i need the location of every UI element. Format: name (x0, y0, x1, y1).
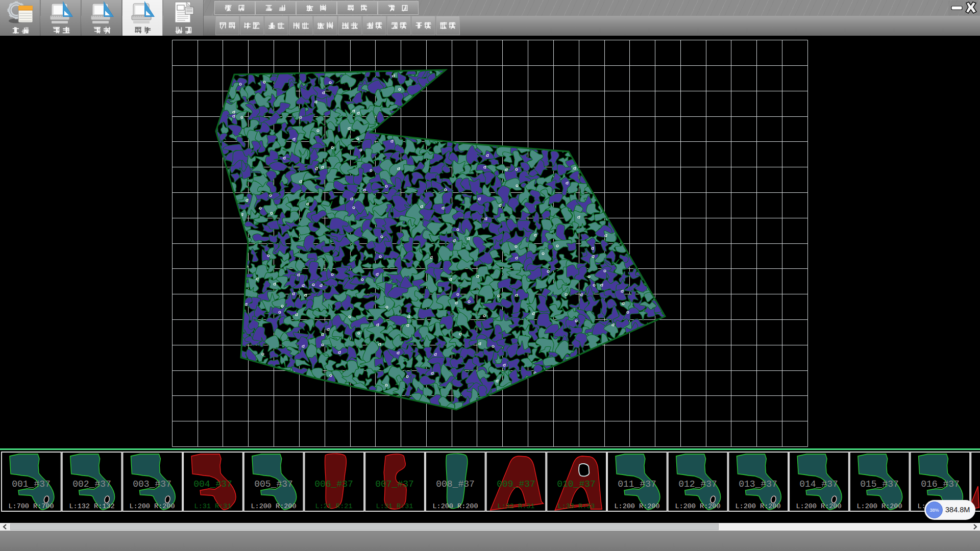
svg-text:L:132 R:132: L:132 R:132 (69, 503, 114, 510)
svg-text:012_#37: 012_#37 (678, 479, 717, 489)
svg-text:L:200 R:200: L:200 R:200 (735, 503, 780, 510)
svg-text:L:700 R:700: L:700 R:700 (8, 503, 54, 510)
svg-text:011_#37: 011_#37 (618, 479, 656, 489)
svg-text:006_#37: 006_#37 (314, 479, 353, 489)
svg-text:L:200 R:200: L:200 R:200 (856, 503, 902, 510)
svg-text:L:200 R:200: L:200 R:200 (614, 503, 659, 510)
svg-text:L:21 R:21: L:21 R:21 (315, 503, 353, 510)
svg-text:L:200 R:200: L:200 R:200 (129, 503, 175, 510)
svg-text:L:200 R:200: L:200 R:200 (675, 503, 720, 510)
svg-text:L:32 R:31: L:32 R:31 (498, 503, 535, 510)
svg-text:015_#37: 015_#37 (860, 479, 899, 489)
svg-text:004_#37: 004_#37 (193, 479, 232, 489)
svg-text:L:33 R:33: L:33 R:33 (558, 503, 595, 510)
svg-text:010_#37: 010_#37 (557, 479, 596, 489)
svg-text:009_#37: 009_#37 (497, 479, 535, 489)
svg-text:L:31 R:31: L:31 R:31 (376, 503, 413, 510)
svg-text:L:200 R:200: L:200 R:200 (796, 503, 841, 510)
svg-text:003_#37: 003_#37 (133, 479, 172, 489)
svg-text:007_#37: 007_#37 (375, 479, 414, 489)
svg-text:L:200 R:200: L:200 R:200 (432, 503, 478, 510)
svg-text:014_#37: 014_#37 (799, 479, 838, 489)
svg-text:005_#37: 005_#37 (254, 479, 293, 489)
svg-text:001_#37: 001_#37 (12, 479, 51, 489)
svg-text:013_#37: 013_#37 (739, 479, 777, 489)
svg-text:L:200 R:200: L:200 R:200 (251, 503, 296, 510)
svg-text:002_#37: 002_#37 (72, 479, 111, 489)
svg-text:008_#37: 008_#37 (436, 479, 475, 489)
svg-text:L:31 R:31: L:31 R:31 (194, 503, 232, 510)
svg-text:016_#37: 016_#37 (921, 479, 960, 489)
